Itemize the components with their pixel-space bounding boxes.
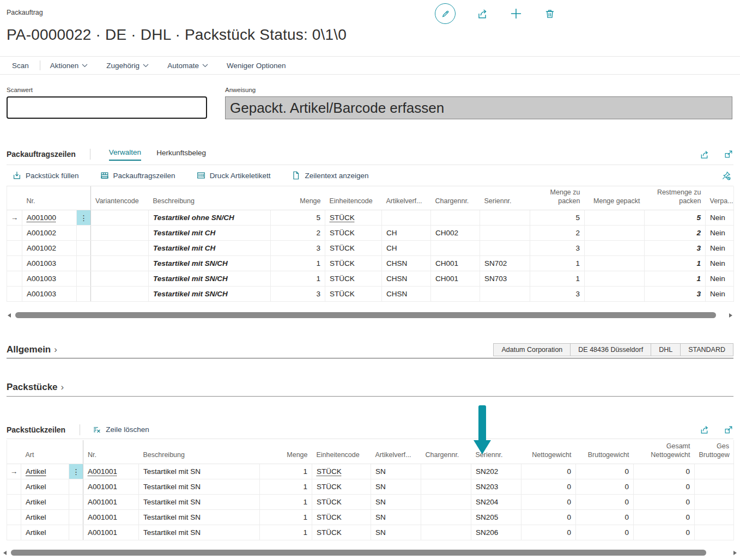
col-variantencode[interactable]: Variantencode — [91, 186, 149, 210]
fasttab-packstuecke: Packstücke › — [7, 378, 733, 397]
col-einheitencode[interactable]: Einheitencode — [312, 440, 371, 464]
popout-icon[interactable] — [724, 149, 733, 160]
edit-icon[interactable] — [435, 3, 456, 24]
page-title: PA-0000022 · DE · DHL · Packstück Status… — [7, 26, 347, 44]
share-icon[interactable] — [699, 424, 709, 435]
zeile-loeschen-button[interactable]: Zeile löschen — [92, 425, 149, 435]
cell-nr-link[interactable]: A001000 — [27, 214, 56, 222]
scroll-right-arrow[interactable] — [733, 551, 737, 555]
scanwert-input[interactable] — [7, 96, 207, 119]
table-row[interactable]: Artikel A001001 Testartikel mit SN 1 STÜ… — [7, 510, 734, 525]
scroll-left-arrow[interactable] — [3, 551, 7, 555]
col-verpackt[interactable]: Verpa... — [706, 186, 734, 210]
pack-lines-table: Nr. Variantencode Beschreibung Menge Ein… — [7, 186, 734, 302]
col-restmenge[interactable]: Restmenge zu packen — [645, 186, 706, 210]
tab-herkunftsbeleg[interactable]: Herkunftsbeleg — [156, 149, 206, 160]
active-row-arrow: → — [7, 210, 22, 226]
col-menge-gepackt[interactable]: Menge gepackt — [585, 186, 645, 210]
col-gesamt-nettogewicht[interactable]: Gesamt Nettogewicht — [634, 440, 695, 464]
menu-zugehoerig[interactable]: Zugehörig — [106, 62, 149, 70]
row-menu-button[interactable]: ⋮ — [69, 464, 83, 479]
col-beschreibung[interactable]: Beschreibung — [149, 186, 271, 210]
fill-package-icon — [12, 171, 22, 180]
document-icon — [291, 171, 301, 180]
col-menge[interactable]: Menge — [271, 186, 325, 210]
cell-einheit-link[interactable]: STÜCK — [330, 214, 355, 222]
table-row[interactable]: Artikel A001001 Testartikel mit SN 1 STÜ… — [7, 495, 734, 510]
col-artikelverf[interactable]: Artikelverf... — [382, 186, 431, 210]
table-row[interactable]: → A001000 ⋮ Testartikel ohne SN/CH 5 STÜ… — [7, 210, 734, 226]
add-icon[interactable] — [509, 7, 523, 21]
table-row[interactable]: A001002 Testartikel mit CH 3 STÜCK CH 3 … — [7, 241, 734, 256]
share-icon[interactable] — [699, 149, 709, 160]
table-row[interactable]: A001003 Testartikel mit SN/CH 1 STÜCK CH… — [7, 256, 734, 271]
unpin-icon[interactable] — [721, 171, 731, 181]
col-bruttogewicht[interactable]: Bruttogewicht — [576, 440, 634, 464]
chevron-down-icon — [202, 64, 208, 68]
table-row[interactable]: Artikel A001001 Testartikel mit SN 1 STÜ… — [7, 479, 734, 495]
allgemein-summary: Adatum Corporation DE 48436 Düsseldorf D… — [494, 343, 733, 356]
table-row[interactable]: A001003 Testartikel mit SN/CH 3 STÜCK CH… — [7, 287, 734, 302]
table-header-row: Art Nr. Beschreibung Menge Einheitencode… — [7, 440, 734, 464]
active-row-arrow: → — [7, 464, 21, 479]
menu-aktionen[interactable]: Aktionen — [50, 62, 88, 70]
menu-weniger-optionen[interactable]: Weniger Optionen — [227, 62, 286, 70]
fasttab-allgemein: Allgemein › Adatum Corporation DE 48436 … — [7, 341, 733, 358]
summary-chip-standard[interactable]: STANDARD — [680, 343, 733, 356]
col-chargennr[interactable]: Chargennr. — [421, 440, 471, 464]
scrollbar-thumb[interactable] — [15, 312, 716, 318]
cell-einheit-link[interactable]: STÜCK — [317, 467, 342, 476]
table-row[interactable]: A001003 Testartikel mit SN/CH 1 STÜCK CH… — [7, 271, 734, 287]
col-ges-bruttogewicht[interactable]: Ges Bruttogew — [695, 440, 734, 464]
col-menge-zu-packen[interactable]: Menge zu packen — [530, 186, 585, 210]
menu-scan[interactable]: Scan — [12, 62, 29, 70]
divider — [80, 424, 80, 435]
row-menu-button[interactable]: ⋮ — [77, 210, 91, 226]
share-icon[interactable] — [476, 8, 488, 20]
col-menge[interactable]: Menge — [260, 440, 312, 464]
menu-divider — [40, 60, 40, 70]
col-chargennr[interactable]: Chargennr. — [431, 186, 480, 210]
table-row[interactable]: A001002 Testartikel mit CH 2 STÜCK CH CH… — [7, 226, 734, 241]
table-row[interactable]: → Artikel ⋮ A001001 Testartikel mit SN 1… — [7, 464, 734, 479]
col-nettogewicht[interactable]: Nettogewicht — [521, 440, 576, 464]
col-einheitencode[interactable]: Einheitencode — [325, 186, 382, 210]
scrollbar-thumb[interactable] — [11, 550, 706, 556]
chevron-right-icon: › — [61, 382, 64, 393]
zeilentext-anzeigen-button[interactable]: Zeilentext anzeigen — [291, 171, 368, 180]
summary-chip-carrier[interactable]: DHL — [651, 343, 681, 356]
action-menubar: Scan Aktionen Zugehörig Automate Weniger… — [0, 56, 740, 75]
summary-chip-customer[interactable]: Adatum Corporation — [493, 343, 571, 356]
menu-automate[interactable]: Automate — [167, 62, 208, 70]
scroll-right-arrow[interactable] — [729, 313, 732, 318]
col-artikelverf[interactable]: Artikelverf... — [371, 440, 421, 464]
col-nr[interactable]: Nr. — [22, 186, 77, 210]
cell-nr-link[interactable]: A001001 — [88, 467, 117, 476]
allgemein-title[interactable]: Allgemein — [7, 344, 51, 355]
delete-line-icon — [92, 425, 102, 435]
col-beschreibung[interactable]: Beschreibung — [139, 440, 260, 464]
page-action-icons — [435, 3, 556, 24]
col-seriennr[interactable]: Seriennr. — [480, 186, 530, 210]
table-row[interactable]: Artikel A001001 Testartikel mit SN 1 STÜ… — [7, 525, 734, 540]
tab-verwalten[interactable]: Verwalten — [109, 148, 141, 161]
col-nr[interactable]: Nr. — [83, 440, 139, 464]
cell-art-link[interactable]: Artikel — [26, 467, 46, 476]
page-caption: Packauftrag — [7, 9, 43, 16]
anweisung-display: Gepackt. Artikel/Barcode erfassen — [225, 96, 732, 119]
druck-artikeletikett-button[interactable]: Druck Artikeletikett — [196, 171, 271, 180]
popout-icon[interactable] — [724, 424, 733, 435]
packstuecke-title[interactable]: Packstücke — [7, 382, 58, 393]
col-seriennr[interactable]: Seriennr. — [471, 440, 521, 464]
col-art[interactable]: Art — [21, 440, 69, 464]
packstueck-fuellen-button[interactable]: Packstück füllen — [12, 171, 79, 180]
table-header-row: Nr. Variantencode Beschreibung Menge Ein… — [7, 186, 734, 210]
horizontal-scrollbar — [2, 549, 738, 556]
pack-pieces-toolbar: Packstückzeilen Zeile löschen — [7, 421, 733, 439]
summary-chip-address[interactable]: DE 48436 Düsseldorf — [570, 343, 651, 356]
packauftragszeilen-button[interactable]: Packauftragszeilen — [100, 171, 175, 180]
chevron-down-icon — [143, 64, 149, 68]
scroll-left-arrow[interactable] — [8, 313, 11, 318]
delete-icon[interactable] — [544, 8, 556, 20]
scanwert-label: Scanwert — [7, 87, 33, 93]
